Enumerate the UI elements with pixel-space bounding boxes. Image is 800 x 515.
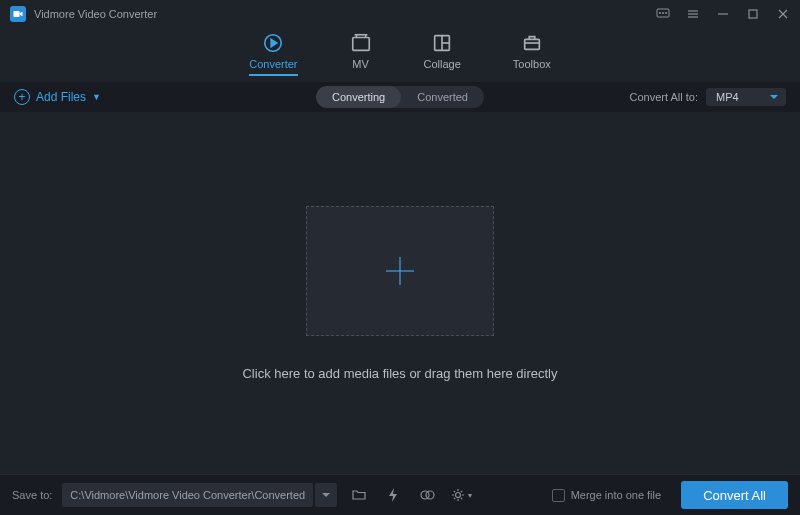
feedback-icon[interactable] (656, 7, 670, 21)
maximize-icon[interactable] (746, 7, 760, 21)
save-path-value: C:\Vidmore\Vidmore Video Converter\Conve… (70, 489, 305, 501)
tab-collage[interactable]: Collage (424, 32, 461, 76)
chevron-down-icon: ▼ (92, 92, 101, 102)
svg-point-4 (665, 12, 666, 13)
main-canvas: Click here to add media files or drag th… (0, 112, 800, 474)
subtab-converting[interactable]: Converting (316, 86, 401, 108)
plus-circle-icon: + (14, 89, 30, 105)
collage-icon (431, 32, 453, 54)
convert-all-to: Convert All to: MP4 (630, 88, 786, 106)
footer: Save to: C:\Vidmore\Vidmore Video Conver… (0, 474, 800, 515)
svg-rect-0 (14, 11, 20, 17)
format-select[interactable]: MP4 (706, 88, 786, 106)
minimize-icon[interactable] (716, 7, 730, 21)
mv-icon (350, 32, 372, 54)
app-title: Vidmore Video Converter (34, 8, 157, 20)
svg-rect-9 (749, 10, 757, 18)
tab-label: Toolbox (513, 58, 551, 70)
window-controls (656, 7, 790, 21)
status-tabs: Converting Converted (316, 86, 484, 108)
tab-converter[interactable]: Converter (249, 32, 297, 76)
main-tabs: Converter MV Collage Toolbox (0, 28, 800, 82)
tab-mv[interactable]: MV (350, 32, 372, 76)
toolbox-icon (521, 32, 543, 54)
add-files-button[interactable]: + Add Files ▼ (14, 89, 101, 105)
add-files-label: Add Files (36, 90, 86, 104)
merge-label: Merge into one file (571, 489, 662, 501)
svg-point-26 (456, 493, 461, 498)
checkbox-icon (552, 489, 565, 502)
format-value: MP4 (716, 91, 739, 103)
save-path-field[interactable]: C:\Vidmore\Vidmore Video Converter\Conve… (62, 483, 313, 507)
tab-label: Converter (249, 58, 297, 70)
svg-point-25 (426, 491, 434, 499)
converter-icon (262, 32, 284, 54)
svg-rect-20 (524, 39, 539, 49)
save-path-dropdown[interactable] (315, 483, 337, 507)
merge-checkbox[interactable]: Merge into one file (552, 489, 662, 502)
dropzone[interactable] (306, 206, 494, 336)
svg-rect-13 (352, 38, 369, 51)
convert-all-button[interactable]: Convert All (681, 481, 788, 509)
high-speed-icon[interactable] (415, 483, 439, 507)
tab-toolbox[interactable]: Toolbox (513, 32, 551, 76)
tab-label: MV (352, 58, 369, 70)
tab-label: Collage (424, 58, 461, 70)
toolbar: + Add Files ▼ Converting Converted Conve… (0, 82, 800, 112)
browse-folder-icon[interactable] (347, 483, 371, 507)
hardware-accel-icon[interactable] (381, 483, 405, 507)
convert-all-to-label: Convert All to: (630, 91, 698, 103)
app-icon (10, 6, 26, 22)
menu-icon[interactable] (686, 7, 700, 21)
titlebar: Vidmore Video Converter (0, 0, 800, 28)
close-icon[interactable] (776, 7, 790, 21)
drop-instruction: Click here to add media files or drag th… (242, 366, 557, 381)
subtab-converted[interactable]: Converted (401, 86, 484, 108)
svg-point-2 (659, 12, 660, 13)
settings-icon[interactable]: ▾ (449, 483, 473, 507)
plus-icon (380, 251, 420, 291)
svg-point-3 (662, 12, 663, 13)
save-to-label: Save to: (12, 489, 52, 501)
